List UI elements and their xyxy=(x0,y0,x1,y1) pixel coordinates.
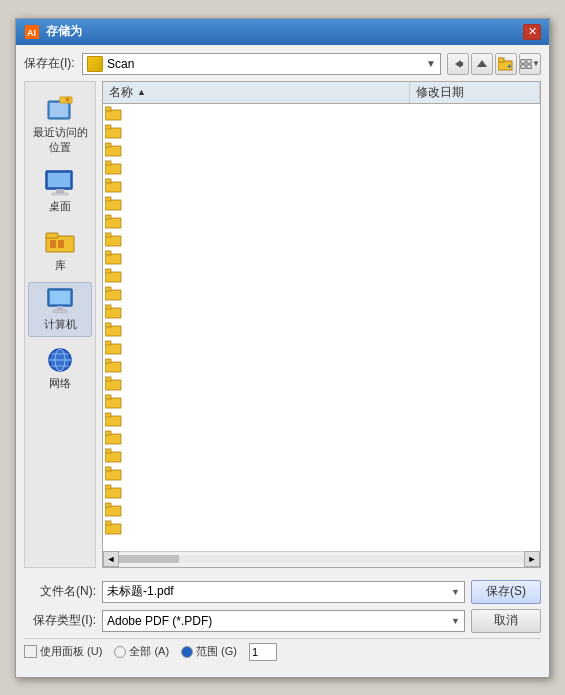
save-button[interactable]: 保存(S) xyxy=(471,580,541,604)
radio-range[interactable] xyxy=(181,646,193,658)
svg-rect-11 xyxy=(50,103,68,117)
nav-network[interactable]: 网络 xyxy=(28,341,92,396)
scroll-right-btn[interactable]: ► xyxy=(524,551,540,567)
svg-rect-17 xyxy=(52,193,68,195)
file-list-header: 名称 ▲ 修改日期 xyxy=(103,82,540,104)
svg-rect-41 xyxy=(105,200,121,210)
desktop-label: 桌面 xyxy=(49,199,71,214)
svg-rect-53 xyxy=(105,308,121,318)
radio-range-label: 范围 (G) xyxy=(196,644,237,659)
folder-row-icon xyxy=(105,465,123,481)
name-column-header[interactable]: 名称 ▲ xyxy=(103,82,410,103)
svg-rect-75 xyxy=(105,506,121,516)
svg-rect-71 xyxy=(105,470,121,480)
list-item xyxy=(103,446,540,464)
folder-row-icon xyxy=(105,177,123,193)
toolbar-buttons: + ▼ xyxy=(447,53,541,75)
folder-row-icon xyxy=(105,393,123,409)
svg-rect-43 xyxy=(105,218,121,228)
svg-text:★: ★ xyxy=(64,95,71,104)
svg-rect-19 xyxy=(46,233,58,238)
file-name-row: 文件名(N): 未标题-1.pdf ▼ 保存(S) xyxy=(24,580,541,604)
folder-row-icon xyxy=(105,195,123,211)
nav-desktop[interactable]: 桌面 xyxy=(28,164,92,219)
folder-row-icon xyxy=(105,375,123,391)
back-button[interactable] xyxy=(447,53,469,75)
nav-recent[interactable]: ★ 最近访问的位置 xyxy=(28,90,92,160)
horizontal-scrollbar[interactable]: ◄ ► xyxy=(103,551,540,567)
folder-row-icon xyxy=(105,429,123,445)
nav-library[interactable]: 库 xyxy=(28,223,92,278)
list-item xyxy=(103,338,540,356)
radio-all-item: 全部 (A) xyxy=(114,644,169,659)
svg-rect-61 xyxy=(105,380,121,390)
file-type-dropdown-icon: ▼ xyxy=(451,616,460,626)
svg-rect-52 xyxy=(105,287,111,291)
svg-rect-45 xyxy=(105,236,121,246)
nav-computer[interactable]: 计算机 xyxy=(28,282,92,337)
save-as-dialog: AI 存储为 ✕ 保存在(I): Scan ▼ xyxy=(15,18,550,678)
svg-rect-58 xyxy=(105,341,111,345)
svg-rect-20 xyxy=(50,240,56,248)
toolbar-row: 保存在(I): Scan ▼ + xyxy=(24,53,541,75)
list-item xyxy=(103,212,540,230)
location-combo[interactable]: Scan ▼ xyxy=(82,53,441,75)
list-item xyxy=(103,500,540,518)
list-item xyxy=(103,410,540,428)
file-list-panel: 名称 ▲ 修改日期 xyxy=(102,81,541,568)
library-icon xyxy=(44,228,76,256)
desktop-icon xyxy=(44,169,76,197)
svg-rect-65 xyxy=(105,416,121,426)
date-column-header[interactable]: 修改日期 xyxy=(410,82,540,103)
bottom-section: 文件名(N): 未标题-1.pdf ▼ 保存(S) 保存类型(I): Adobe… xyxy=(24,574,541,669)
file-type-select[interactable]: Adobe PDF (*.PDF) ▼ xyxy=(102,610,465,632)
svg-rect-32 xyxy=(105,107,111,111)
svg-rect-55 xyxy=(105,326,121,336)
scroll-left-btn[interactable]: ◄ xyxy=(103,551,119,567)
file-name-input[interactable]: 未标题-1.pdf ▼ xyxy=(102,581,465,603)
list-item xyxy=(103,302,540,320)
folder-row-icon xyxy=(105,159,123,175)
folder-list xyxy=(103,104,540,536)
close-button[interactable]: ✕ xyxy=(523,24,541,40)
svg-text:AI: AI xyxy=(27,28,36,38)
title-bar-left: AI 存储为 xyxy=(24,23,82,40)
up-button[interactable] xyxy=(471,53,493,75)
range-input[interactable] xyxy=(249,643,277,661)
svg-rect-4 xyxy=(498,58,504,62)
svg-rect-50 xyxy=(105,269,111,273)
svg-rect-67 xyxy=(105,434,121,444)
svg-rect-33 xyxy=(105,128,121,138)
create-folder-button[interactable]: + xyxy=(495,53,517,75)
library-label: 库 xyxy=(55,258,66,273)
use-panel-checkbox[interactable] xyxy=(24,645,37,658)
scroll-thumb[interactable] xyxy=(119,555,179,563)
file-type-value: Adobe PDF (*.PDF) xyxy=(107,614,212,628)
folder-row-icon xyxy=(105,141,123,157)
use-panel-label: 使用面板 (U) xyxy=(40,644,102,659)
svg-rect-39 xyxy=(105,182,121,192)
cancel-button[interactable]: 取消 xyxy=(471,609,541,633)
svg-rect-57 xyxy=(105,344,121,354)
list-item xyxy=(103,428,540,446)
folder-row-icon xyxy=(105,321,123,337)
view-button[interactable]: ▼ xyxy=(519,53,541,75)
use-panel-checkbox-item: 使用面板 (U) xyxy=(24,644,102,659)
recent-label: 最近访问的位置 xyxy=(31,125,89,155)
current-folder-text: Scan xyxy=(107,57,422,71)
folder-row-icon xyxy=(105,105,123,121)
svg-rect-25 xyxy=(53,310,67,313)
list-item xyxy=(103,140,540,158)
svg-rect-38 xyxy=(105,161,111,165)
svg-rect-16 xyxy=(56,189,64,193)
sort-arrow-icon: ▲ xyxy=(137,87,146,97)
svg-rect-7 xyxy=(527,59,531,62)
svg-rect-24 xyxy=(57,306,63,310)
svg-rect-6 xyxy=(521,59,525,62)
radio-all[interactable] xyxy=(114,646,126,658)
folder-row-icon xyxy=(105,447,123,463)
svg-rect-64 xyxy=(105,395,111,399)
file-list-body[interactable] xyxy=(103,104,540,551)
svg-rect-63 xyxy=(105,398,121,408)
folder-icon xyxy=(87,56,103,72)
